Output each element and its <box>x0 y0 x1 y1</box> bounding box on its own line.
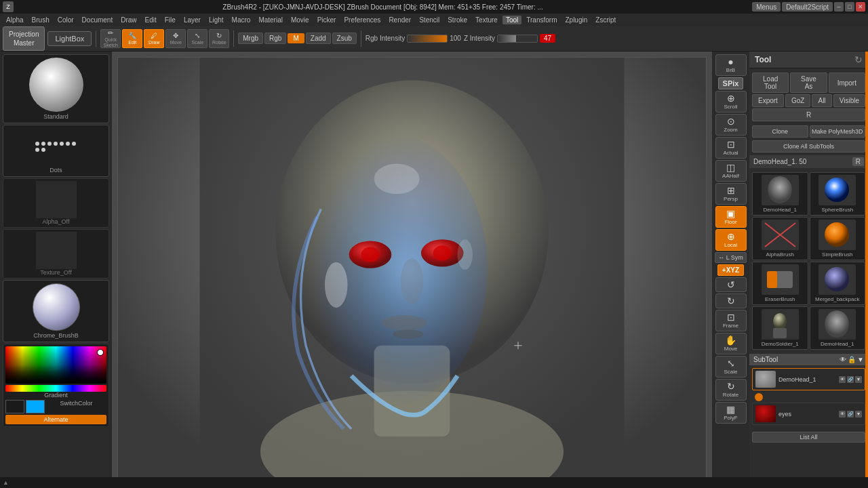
visible-button[interactable]: Visible <box>833 94 865 107</box>
alternate-button[interactable]: Alternate <box>5 415 106 424</box>
zsub-button[interactable]: Zsub <box>332 33 357 44</box>
all-button[interactable]: All <box>812 94 831 107</box>
persp-button[interactable]: ⊞ Persp <box>715 183 747 205</box>
scroll-button[interactable]: ⊕ Scroll <box>715 91 747 113</box>
floor-button[interactable]: ▣ Floor <box>715 206 747 228</box>
subtool-eyes-link-icon[interactable]: 🔗 <box>847 411 854 418</box>
hue-strip[interactable] <box>5 385 106 392</box>
frame-button[interactable]: ⊡ Frame <box>715 310 747 331</box>
color-gradient-box[interactable] <box>5 346 106 384</box>
mrgb-button[interactable]: Mrgb <box>238 33 263 44</box>
spix-button[interactable]: SPix <box>718 77 744 89</box>
local-button[interactable]: ⊕ Local <box>715 229 747 251</box>
scroll-indicator[interactable] <box>865 52 868 488</box>
subtool-collapse-icon[interactable]: ▼ <box>857 356 864 363</box>
menu-draw[interactable]: Draw <box>117 16 140 24</box>
menu-alpha[interactable]: Alpha <box>3 16 27 24</box>
aahalf-button[interactable]: ◫ AAHalf <box>715 160 747 182</box>
rgb-button[interactable]: Rgb <box>264 33 286 44</box>
rotate-ccw-button[interactable]: ↺ <box>715 277 747 292</box>
quick-sketch-button[interactable]: ✏ Quick Sketch <box>100 29 121 48</box>
menu-document[interactable]: Document <box>79 16 117 24</box>
mesh-demohead1b[interactable]: DemoHead_1 <box>810 306 866 350</box>
standard-brush-preview[interactable]: Standard <box>3 54 109 123</box>
mesh-demohead1[interactable]: DemoHead_1 <box>752 172 808 216</box>
clone-button[interactable]: Clone <box>752 125 808 138</box>
minimize-button[interactable]: – <box>834 2 844 12</box>
menu-macro[interactable]: Macro <box>229 16 254 24</box>
primary-color-swatch[interactable] <box>5 400 24 413</box>
r-button[interactable]: R <box>752 108 865 121</box>
refresh-icon[interactable]: ↻ <box>854 54 863 65</box>
menu-render[interactable]: Render <box>385 16 414 24</box>
close-button[interactable]: ✕ <box>856 2 865 12</box>
clone-all-subtools-button[interactable]: Clone All SubTools <box>752 140 865 152</box>
draw-button[interactable]: 🖊 Draw <box>144 29 164 48</box>
menu-file[interactable]: File <box>161 16 179 24</box>
load-tool-button[interactable]: Load Tool <box>752 73 789 93</box>
projection-master-button[interactable]: ProjectionMaster <box>3 26 45 51</box>
menu-texture[interactable]: Texture <box>472 16 501 24</box>
maximize-button[interactable]: □ <box>845 2 854 12</box>
mesh-demosoldier[interactable]: DemoSoldier_1 <box>752 306 808 350</box>
chrome-brush-preview[interactable]: Chrome_BrushB <box>3 280 109 342</box>
menu-movie[interactable]: Movie <box>288 16 313 24</box>
lsym-button[interactable]: ↔ L Sym <box>715 252 747 263</box>
menu-edit[interactable]: Edit <box>142 16 160 24</box>
scale-gizmo-button[interactable]: ⤡ Scale <box>715 356 747 378</box>
rotate-cw-button[interactable]: ↻ <box>715 293 747 308</box>
menu-brush[interactable]: Brush <box>28 16 53 24</box>
rotate-gizmo-button[interactable]: ↻ Rotate <box>715 379 747 401</box>
3d-viewport[interactable] <box>118 58 706 482</box>
z-intensity-slider[interactable] <box>497 35 538 43</box>
rotate-button[interactable]: ↻ Rotate <box>209 29 229 48</box>
menu-transform[interactable]: Transform <box>523 16 560 24</box>
m-button[interactable]: M <box>288 33 304 43</box>
menu-tool[interactable]: Tool <box>502 16 521 24</box>
lightbox-button[interactable]: LightBox <box>47 31 92 46</box>
menu-stencil[interactable]: Stencil <box>416 16 443 24</box>
mesh-alphabrush[interactable]: AlphaBrush <box>752 217 808 260</box>
canvas-area[interactable] <box>112 52 712 488</box>
subtool-eyes[interactable]: eyes 👁 🔗 ▼ <box>752 403 865 425</box>
default2script-label[interactable]: Default2Script <box>782 2 833 12</box>
mesh-eraserbrush[interactable]: EraserBrush <box>752 262 808 305</box>
subtool-eye-icon[interactable]: 👁 <box>839 376 846 383</box>
menu-color[interactable]: Color <box>54 16 77 24</box>
xyz-button[interactable]: +XYZ <box>717 264 744 276</box>
dots-brush-preview[interactable]: Dots <box>3 125 109 177</box>
export-button[interactable]: Export <box>752 94 784 107</box>
actual-button[interactable]: ⊡ Actual <box>715 137 747 159</box>
menu-light[interactable]: Light <box>205 16 227 24</box>
scale-button[interactable]: ⤡ Scale <box>187 29 208 48</box>
menu-material[interactable]: Material <box>255 16 286 24</box>
mesh-spherebrush[interactable]: SphereBrush <box>810 172 866 216</box>
subtool-demohead1[interactable]: DemoHead_1 👁 🔗 ▼ <box>752 368 865 390</box>
polyf-button[interactable]: ▦ PolyF <box>715 402 747 424</box>
subtool-visible-icon[interactable]: 👁 <box>840 356 846 363</box>
subtool-down-icon[interactable]: ▼ <box>855 376 862 383</box>
import-button[interactable]: Import <box>829 73 865 93</box>
move-button[interactable]: ✥ Move <box>165 29 186 48</box>
menu-zplugin[interactable]: Zplugin <box>561 16 591 24</box>
demohead-r-btn[interactable]: R <box>852 157 864 166</box>
menu-preferences[interactable]: Preferences <box>340 16 384 24</box>
mesh-merged-backpack[interactable]: Merged_backpack <box>810 262 866 305</box>
menu-stroke[interactable]: Stroke <box>444 16 471 24</box>
menu-zscript[interactable]: Zscript <box>592 16 619 24</box>
make-polymesh-button[interactable]: Make PolyMesh3D <box>810 125 866 138</box>
alpha-off-preview[interactable]: Alpha_Off <box>3 178 109 228</box>
rgb-intensity-slider[interactable] <box>407 35 448 43</box>
menu-picker[interactable]: Picker <box>314 16 340 24</box>
subtool-eyes-eye-icon[interactable]: 👁 <box>839 411 846 418</box>
subtool-link-icon[interactable]: 🔗 <box>847 376 854 383</box>
edit-button[interactable]: 🔧 Edit <box>122 29 142 48</box>
zadd-button[interactable]: Zadd <box>306 33 331 44</box>
brb-button[interactable]: ● BrB <box>715 54 747 76</box>
canvas-inner[interactable] <box>117 57 707 483</box>
goz-button[interactable]: GoZ <box>785 94 810 107</box>
list-all-button[interactable]: List All <box>752 432 865 443</box>
zoom-button[interactable]: ⊙ Zoom <box>715 114 747 136</box>
menus-label[interactable]: Menus <box>752 2 781 12</box>
texture-off-preview[interactable]: Texture_Off <box>3 229 109 279</box>
